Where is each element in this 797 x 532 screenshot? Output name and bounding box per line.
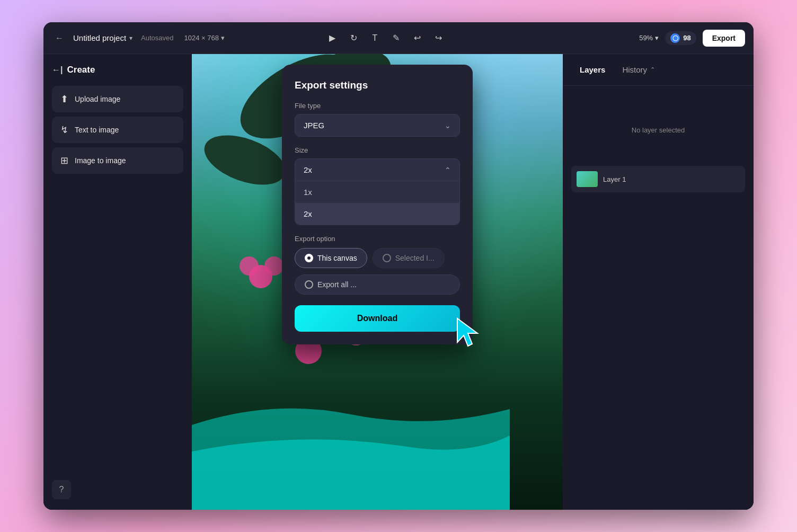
this-canvas-radio bbox=[305, 254, 313, 262]
image-to-image-icon: ⊞ bbox=[60, 155, 68, 166]
pen-tool[interactable]: ✎ bbox=[387, 30, 404, 47]
header: ← Untitled project ▾ Autosaved 1024 × 76… bbox=[43, 22, 754, 54]
sidebar-header: ←| Create bbox=[52, 65, 183, 75]
this-canvas-label: This canvas bbox=[317, 254, 357, 262]
project-name-button[interactable]: Untitled project ▾ bbox=[73, 33, 132, 42]
size-label: Size bbox=[295, 146, 460, 154]
credits-badge[interactable]: ◯ 98 bbox=[665, 31, 696, 45]
select-tool[interactable]: ▶ bbox=[324, 30, 341, 47]
layer-name: Layer 1 bbox=[603, 175, 626, 183]
tab-layers[interactable]: Layers bbox=[571, 61, 614, 78]
rotate-tool[interactable]: ↻ bbox=[345, 30, 362, 47]
upload-image-icon: ⬆ bbox=[60, 93, 68, 105]
layer-item-1[interactable]: Layer 1 bbox=[571, 166, 745, 192]
export-modal-title: Export settings bbox=[295, 79, 460, 91]
selected-radio bbox=[383, 254, 391, 262]
no-layer-selected: No layer selected bbox=[571, 94, 745, 134]
history-chevron: ⌃ bbox=[650, 66, 655, 73]
cursor-arrow bbox=[452, 313, 489, 350]
zoom-value: 59% bbox=[639, 34, 653, 42]
modal-backdrop: Export settings File type JPEG ⌄ Size 2x… bbox=[192, 54, 563, 510]
credits-value: 98 bbox=[683, 34, 690, 42]
size-dropdown-options: 1x 2x bbox=[295, 181, 460, 225]
export-all-option[interactable]: Export all ... bbox=[295, 274, 460, 295]
sidebar-item-text-to-image[interactable]: ↯ Text to image bbox=[52, 117, 183, 143]
text-to-image-icon: ↯ bbox=[60, 124, 68, 136]
sidebar-bottom: ? bbox=[52, 480, 183, 499]
dimensions-value: 1024 × 768 bbox=[184, 34, 219, 42]
file-type-value: JPEG bbox=[304, 121, 324, 130]
project-name-chevron: ▾ bbox=[129, 34, 132, 42]
this-canvas-option[interactable]: This canvas bbox=[295, 248, 367, 268]
app-window: ← Untitled project ▾ Autosaved 1024 × 76… bbox=[43, 22, 754, 510]
autosaved-status: Autosaved bbox=[141, 34, 173, 42]
image-to-image-label: Image to image bbox=[75, 156, 126, 165]
sidebar-item-image-to-image[interactable]: ⊞ Image to image bbox=[52, 147, 183, 174]
dimensions-selector[interactable]: 1024 × 768 ▾ bbox=[184, 34, 225, 42]
text-tool[interactable]: T bbox=[366, 30, 383, 47]
selected-option[interactable]: Selected I... bbox=[373, 248, 445, 268]
file-type-label: File type bbox=[295, 102, 460, 110]
file-type-dropdown[interactable]: JPEG ⌄ bbox=[295, 114, 460, 137]
project-name-label: Untitled project bbox=[73, 33, 126, 42]
zoom-control[interactable]: 59% ▾ bbox=[639, 34, 659, 42]
export-button[interactable]: Export bbox=[703, 30, 745, 47]
zoom-chevron: ▾ bbox=[655, 34, 659, 42]
toolbar: ▶ ↻ T ✎ ↩ ↪ bbox=[324, 30, 447, 47]
upload-image-label: Upload image bbox=[75, 95, 120, 103]
sidebar: ←| Create ⬆ Upload image ↯ Text to image… bbox=[43, 54, 192, 510]
layer-thumbnail bbox=[577, 171, 598, 187]
export-options: This canvas Selected I... bbox=[295, 248, 460, 268]
header-right: 59% ▾ ◯ 98 Export bbox=[639, 30, 745, 47]
size-selected-value: 2x bbox=[304, 165, 312, 174]
create-icon: ←| bbox=[52, 65, 63, 75]
svg-marker-11 bbox=[457, 318, 477, 346]
file-type-chevron: ⌄ bbox=[445, 121, 451, 130]
layer-list: Layer 1 bbox=[571, 166, 745, 192]
help-button[interactable]: ? bbox=[52, 480, 71, 499]
layers-content: No layer selected Layer 1 bbox=[571, 94, 745, 197]
redo-tool[interactable]: ↪ bbox=[430, 30, 447, 47]
history-label: History bbox=[622, 65, 647, 74]
right-panel-tabs: Layers History ⌃ bbox=[563, 54, 754, 86]
size-dropdown-trigger[interactable]: 2x ⌃ bbox=[295, 158, 460, 181]
export-modal: Export settings File type JPEG ⌄ Size 2x… bbox=[282, 65, 473, 344]
export-all-radio bbox=[305, 280, 313, 289]
sidebar-item-upload-image[interactable]: ⬆ Upload image bbox=[52, 86, 183, 112]
main-area: ←| Create ⬆ Upload image ↯ Text to image… bbox=[43, 54, 754, 510]
back-button[interactable]: ← bbox=[52, 31, 67, 46]
size-chevron-up: ⌃ bbox=[445, 166, 451, 174]
selected-label: Selected I... bbox=[395, 254, 435, 262]
undo-tool[interactable]: ↩ bbox=[409, 30, 426, 47]
download-button[interactable]: Download bbox=[295, 305, 460, 332]
size-option-1x[interactable]: 1x bbox=[295, 181, 459, 203]
export-all-label: Export all ... bbox=[317, 280, 357, 289]
right-panel: Layers History ⌃ No layer selected Layer… bbox=[563, 54, 754, 510]
tab-history[interactable]: History ⌃ bbox=[614, 61, 663, 78]
export-option-label: Export option bbox=[295, 235, 460, 243]
dimensions-chevron: ▾ bbox=[221, 34, 225, 42]
credits-icon: ◯ bbox=[670, 33, 680, 43]
create-label: Create bbox=[67, 65, 95, 75]
text-to-image-label: Text to image bbox=[75, 126, 119, 134]
size-dropdown-container: 2x ⌃ 1x 2x bbox=[295, 158, 460, 225]
size-option-2x[interactable]: 2x bbox=[295, 203, 459, 225]
canvas-area[interactable]: Export settings File type JPEG ⌄ Size 2x… bbox=[192, 54, 563, 510]
download-container: Download bbox=[295, 305, 460, 332]
right-panel-content: No layer selected Layer 1 bbox=[563, 86, 754, 510]
